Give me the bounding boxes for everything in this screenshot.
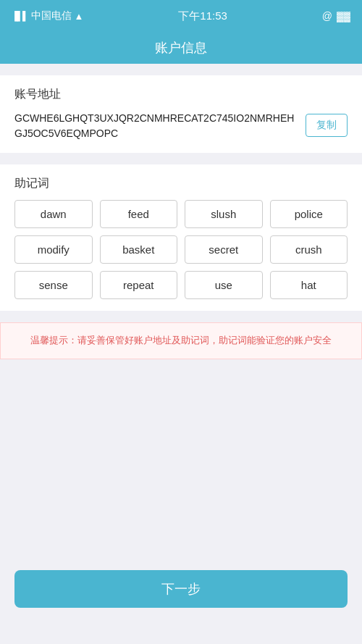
status-left: ▐▌▌ 中国电信 ▲ <box>12 9 83 22</box>
warning-text: 温馨提示：请妥善保管好账户地址及助记词，助记词能验证您的账户安全 <box>15 333 347 348</box>
status-time: 下午11:53 <box>178 9 227 23</box>
wifi-icon: ▲ <box>75 11 84 22</box>
mnemonic-word: repeat <box>100 271 178 299</box>
mnemonic-word: basket <box>100 235 178 264</box>
mnemonic-word: secret <box>185 235 263 264</box>
bottom-area: 下一步 <box>0 570 362 608</box>
mnemonic-section-label: 助记词 <box>14 176 348 191</box>
mnemonic-word: feed <box>100 200 178 228</box>
mnemonic-word: sense <box>14 271 93 299</box>
address-card: 账号地址 GCWHE6LGHQT3UXJQR2CNMHRECAT2C745IO2… <box>0 75 362 153</box>
mnemonic-word: use <box>185 271 263 299</box>
address-text: GCWHE6LGHQT3UXJQR2CNMHRECAT2C745IO2NMRHE… <box>14 111 297 141</box>
next-button[interactable]: 下一步 <box>14 570 348 608</box>
page-header: 账户信息 <box>0 32 362 64</box>
mnemonic-word: police <box>270 200 348 228</box>
status-bar: ▐▌▌ 中国电信 ▲ 下午11:53 @ ▓▓ <box>0 0 362 32</box>
main-content: 账号地址 GCWHE6LGHQT3UXJQR2CNMHRECAT2C745IO2… <box>0 75 362 359</box>
mnemonic-card: 助记词 dawnfeedslushpolicemodifybasketsecre… <box>0 164 362 311</box>
warning-banner: 温馨提示：请妥善保管好账户地址及助记词，助记词能验证您的账户安全 <box>0 322 362 359</box>
copy-button[interactable]: 复制 <box>306 114 348 137</box>
mnemonic-word: modify <box>14 235 93 264</box>
page-title: 账户信息 <box>155 39 207 57</box>
at-icon: @ <box>322 10 332 22</box>
mnemonic-grid: dawnfeedslushpolicemodifybasketsecretcru… <box>14 200 348 299</box>
signal-icon: ▐▌▌ <box>12 11 28 21</box>
carrier-label: 中国电信 <box>31 9 72 22</box>
status-right: @ ▓▓ <box>322 10 350 22</box>
address-row: GCWHE6LGHQT3UXJQR2CNMHRECAT2C745IO2NMRHE… <box>14 111 348 141</box>
address-section-label: 账号地址 <box>14 87 348 102</box>
battery-icon: ▓▓ <box>337 11 350 22</box>
mnemonic-word: hat <box>270 271 348 299</box>
mnemonic-word: dawn <box>14 200 93 228</box>
mnemonic-word: slush <box>185 200 263 228</box>
mnemonic-word: crush <box>270 235 348 264</box>
